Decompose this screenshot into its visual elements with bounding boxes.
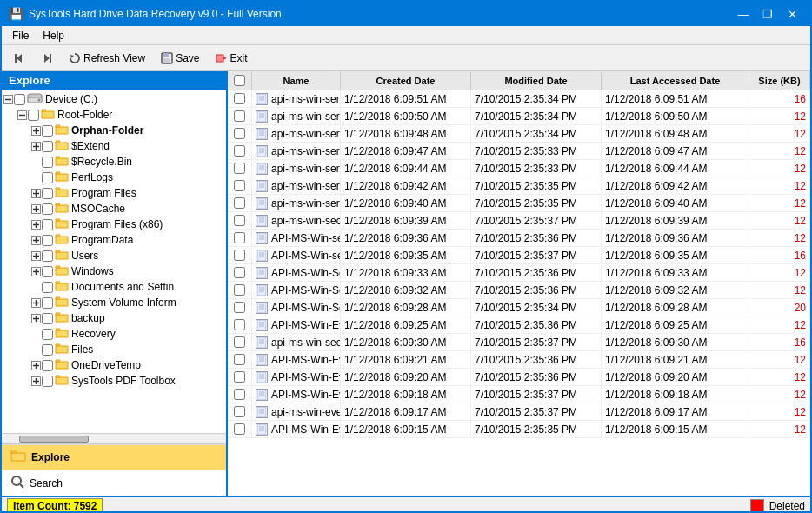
row-checkbox[interactable] [234,180,245,191]
row-checkbox-cell[interactable] [228,316,252,333]
row-checkbox-cell[interactable] [228,369,252,385]
row-checkbox-cell[interactable] [228,264,252,281]
tree-item[interactable]: Files [2,342,226,357]
row-checkbox-cell[interactable] [228,230,252,246]
table-row[interactable]: API-MS-Win-Eventing-...1/12/2018 6:09:15… [228,421,810,438]
tree-expander[interactable] [30,171,42,183]
col-name[interactable]: Name [252,71,341,90]
tab-item-explore[interactable]: Explore [2,444,226,470]
exit-button[interactable]: Exit [210,50,254,67]
row-checkbox[interactable] [234,232,245,243]
tree-checkbox[interactable] [42,219,53,230]
table-row[interactable]: api-ms-win-service-co-...1/12/2018 6:09:… [228,195,810,212]
tree-item[interactable]: ProgramData [2,232,226,248]
row-checkbox-cell[interactable] [228,177,252,194]
table-row[interactable]: API-MS-Win-EventLog-...1/12/2018 6:09:25… [228,316,810,334]
row-checkbox-cell[interactable] [228,212,252,229]
row-checkbox-cell[interactable] [228,160,252,177]
tree-checkbox[interactable] [42,235,53,246]
table-row[interactable]: API-MS-Win-security-l-...1/12/2018 6:09:… [228,230,810,247]
table-row[interactable]: api-ms-win-service-wi-...1/12/2018 6:09:… [228,90,810,108]
tree-checkbox[interactable] [14,94,25,105]
panel-hscroll[interactable] [2,433,226,443]
tree-item[interactable]: System Volume Inform [2,295,226,310]
table-row[interactable]: api-ms-win-service-pri-...1/12/2018 6:09… [228,125,810,143]
row-checkbox[interactable] [234,319,245,330]
row-checkbox[interactable] [234,354,245,365]
tree-checkbox[interactable] [42,250,53,262]
row-checkbox[interactable] [234,423,245,435]
row-checkbox-cell[interactable] [228,421,252,437]
tree-item[interactable]: Device (C:) [2,91,226,107]
tree-checkbox[interactable] [42,125,53,137]
tree-expander[interactable] [30,124,42,137]
tree-item[interactable]: MSOCache [2,201,226,217]
table-row[interactable]: api-ms-win-security-s-...1/12/2018 6:09:… [228,212,810,230]
row-checkbox[interactable] [234,336,245,348]
tree-checkbox[interactable] [42,329,53,340]
tree-checkbox[interactable] [42,141,53,152]
table-row[interactable]: API-MS-Win-Eventing-...1/12/2018 6:09:18… [228,386,810,403]
tree-checkbox[interactable] [28,110,39,121]
col-accessed[interactable]: Last Accessed Date [602,71,749,90]
table-row[interactable]: API-MS-Win-Security-b-...1/12/2018 6:09:… [228,299,810,316]
save-button[interactable]: Save [155,50,205,67]
tree-expander[interactable] [30,312,42,324]
tree-checkbox[interactable] [42,203,53,215]
tree-expander[interactable] [30,187,42,199]
tree-checkbox[interactable] [42,282,53,293]
tree-expander[interactable] [30,359,42,371]
col-created[interactable]: Created Date [341,71,471,90]
tree-checkbox[interactable] [42,376,53,387]
row-checkbox[interactable] [234,215,245,226]
col-modified[interactable]: Modified Date [471,71,602,90]
tree-item[interactable]: $Recycle.Bin [2,154,226,170]
close-button[interactable]: ✕ [781,5,803,23]
tree-expander[interactable] [30,281,42,293]
row-checkbox[interactable] [234,302,245,313]
tree-item[interactable]: Documents and Settin [2,279,226,295]
tree-item[interactable]: PerfLogs [2,170,226,185]
row-checkbox-cell[interactable] [228,90,252,107]
row-checkbox-cell[interactable] [228,351,252,368]
tree-expander[interactable] [30,156,42,168]
tree-expander[interactable] [30,218,42,230]
row-checkbox-cell[interactable] [228,282,252,298]
tree-expander[interactable] [30,234,42,246]
tree-expander[interactable] [30,250,42,262]
table-row[interactable]: api-ms-win-service-ma-...1/12/2018 6:09:… [228,143,810,160]
row-checkbox-cell[interactable] [228,108,252,124]
row-checkbox-cell[interactable] [228,195,252,211]
tree-item[interactable]: Recovery [2,326,226,342]
row-checkbox[interactable] [234,371,245,383]
table-row[interactable]: API-MS-Win-Security-...1/12/2018 6:09:32… [228,282,810,299]
tree-checkbox[interactable] [42,297,53,309]
tree-item[interactable]: SysTools PDF Toolbox [2,373,226,389]
tree-item[interactable]: Program Files [2,185,226,201]
tree-checkbox[interactable] [42,344,53,356]
tree-item[interactable]: Root-Folder [2,107,226,123]
table-row[interactable]: API-MS-Win-Eventing-...1/12/2018 6:09:21… [228,351,810,369]
table-row[interactable]: API-MS-Win-Security-...1/12/2018 6:09:33… [228,264,810,282]
next-button[interactable] [35,50,59,67]
table-row[interactable]: api-ms-win-eventing-c-...1/12/2018 6:09:… [228,403,810,421]
row-checkbox[interactable] [234,145,245,157]
tree-expander[interactable] [30,265,42,277]
tree-expander[interactable] [30,140,42,152]
table-row[interactable]: api-ms-win-service-co-...1/12/2018 6:09:… [228,177,810,195]
row-checkbox[interactable] [234,250,245,261]
tree-checkbox[interactable] [42,157,53,168]
tree-expander[interactable] [30,328,42,340]
tree-area[interactable]: Device (C:)Root-FolderOrphan-Folder$Exte… [2,90,226,433]
row-checkbox[interactable] [234,267,245,278]
tree-checkbox[interactable] [42,266,53,277]
row-checkbox-cell[interactable] [228,403,252,420]
table-row[interactable]: API-MS-Win-security-l-...1/12/2018 6:09:… [228,247,810,264]
row-checkbox-cell[interactable] [228,386,252,403]
table-row[interactable]: api-ms-win-service-pri-...1/12/2018 6:09… [228,108,810,125]
row-checkbox-cell[interactable] [228,143,252,159]
tree-item[interactable]: $Extend [2,138,226,154]
tree-expander[interactable] [30,296,42,309]
tree-item[interactable]: Users [2,248,226,263]
tree-checkbox[interactable] [42,172,53,183]
